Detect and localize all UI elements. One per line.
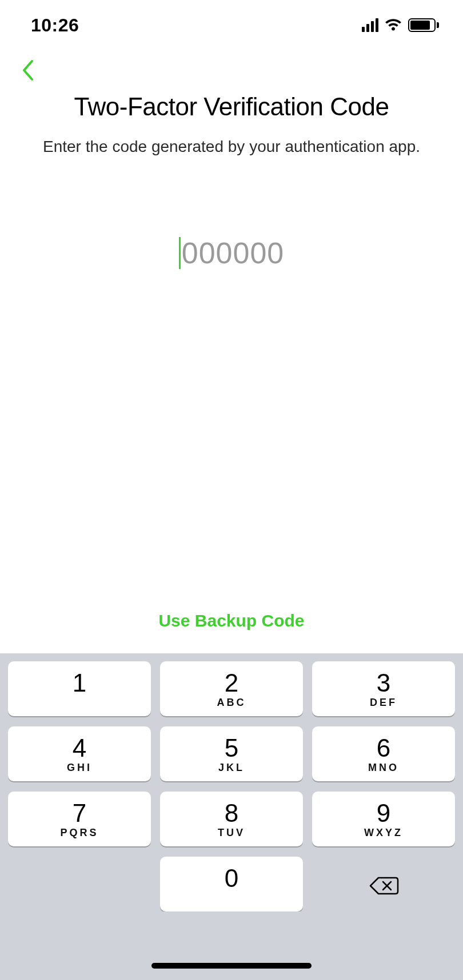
cellular-icon bbox=[362, 18, 378, 32]
keypad-blank bbox=[8, 857, 151, 911]
keypad-digit: 2 bbox=[225, 672, 238, 694]
keypad-key-5[interactable]: 5 JKL bbox=[160, 726, 303, 781]
status-icons bbox=[362, 18, 439, 32]
keypad-key-3[interactable]: 3 DEF bbox=[312, 661, 455, 716]
keypad-digit: 1 bbox=[73, 672, 86, 694]
keypad-key-6[interactable]: 6 MNO bbox=[312, 726, 455, 781]
keypad-digit: 0 bbox=[225, 867, 238, 890]
keypad-letters: GHI bbox=[67, 762, 92, 774]
keypad-letters: JKL bbox=[218, 762, 245, 774]
battery-icon bbox=[408, 18, 439, 32]
keypad-digit: 4 bbox=[73, 737, 86, 760]
numeric-keypad: 1 2 ABC 3 DEF 4 GHI 5 JKL 6 MNO 7 PQRS 8… bbox=[0, 653, 463, 911]
keypad-key-0[interactable]: 0 bbox=[160, 857, 303, 911]
back-button[interactable] bbox=[16, 58, 41, 83]
keypad-key-1[interactable]: 1 bbox=[8, 661, 151, 716]
nav-bar bbox=[0, 50, 463, 90]
keypad-key-2[interactable]: 2 ABC bbox=[160, 661, 303, 716]
keypad-delete-button[interactable] bbox=[312, 857, 455, 911]
keypad-digit: 3 bbox=[377, 672, 390, 694]
page-title: Two-Factor Verification Code bbox=[0, 93, 463, 121]
keypad-digit: 5 bbox=[225, 737, 238, 760]
use-backup-code-link[interactable]: Use Backup Code bbox=[0, 597, 463, 653]
status-bar: 10:26 bbox=[0, 0, 463, 50]
keypad-key-9[interactable]: 9 WXYZ bbox=[312, 792, 455, 846]
keypad-digit: 9 bbox=[377, 802, 390, 825]
keypad-letters: MNO bbox=[368, 762, 399, 774]
home-indicator-area bbox=[0, 911, 463, 980]
chevron-left-icon bbox=[21, 58, 37, 83]
keypad-letters: WXYZ bbox=[364, 827, 403, 840]
keypad-key-8[interactable]: 8 TUV bbox=[160, 792, 303, 846]
keypad-letters: DEF bbox=[370, 697, 397, 709]
backspace-icon bbox=[368, 874, 399, 897]
wifi-icon bbox=[384, 18, 402, 32]
keypad-digit: 8 bbox=[225, 802, 238, 825]
text-cursor bbox=[179, 237, 181, 269]
keypad-digit: 6 bbox=[377, 737, 390, 760]
page-subtitle: Enter the code generated by your authent… bbox=[0, 135, 463, 159]
keypad-key-7[interactable]: 7 PQRS bbox=[8, 792, 151, 846]
keypad-digit: 7 bbox=[73, 802, 86, 825]
home-indicator[interactable] bbox=[151, 963, 312, 969]
code-placeholder: 000000 bbox=[182, 236, 285, 270]
keypad-letters: TUV bbox=[218, 827, 245, 840]
keypad-key-4[interactable]: 4 GHI bbox=[8, 726, 151, 781]
code-input[interactable]: 000000 bbox=[0, 233, 463, 273]
keypad-letters: PQRS bbox=[60, 827, 98, 840]
keypad-letters: ABC bbox=[217, 697, 246, 709]
status-time: 10:26 bbox=[31, 15, 79, 36]
